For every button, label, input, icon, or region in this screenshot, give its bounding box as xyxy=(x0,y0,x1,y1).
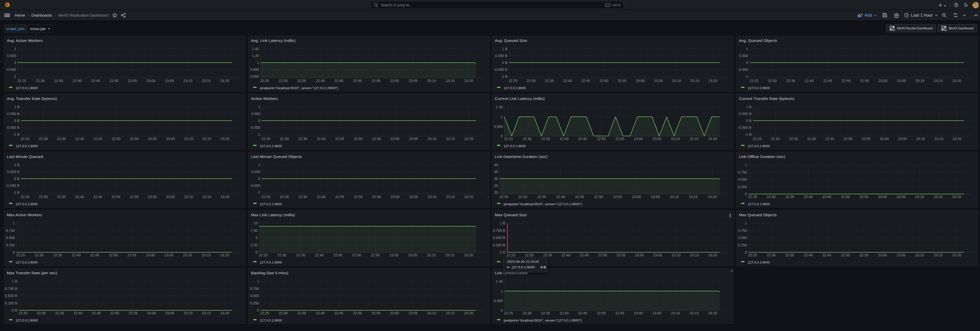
svg-text:22:55: 22:55 xyxy=(127,253,136,257)
svg-text:0 B: 0 B xyxy=(14,177,19,181)
svg-text:23:05: 23:05 xyxy=(165,311,174,315)
svg-text:22:50: 22:50 xyxy=(842,79,850,83)
svg-text:22:50: 22:50 xyxy=(353,79,362,83)
svg-text:22:45: 22:45 xyxy=(823,79,832,83)
svg-text:23:00: 23:00 xyxy=(632,195,641,199)
svg-text:0: 0 xyxy=(13,250,15,254)
svg-text:35: 35 xyxy=(494,170,498,174)
svg-text:Avg. Queued Size: Avg. Queued Size xyxy=(495,38,527,43)
svg-text:23:00: 23:00 xyxy=(878,195,887,199)
svg-text:22:55: 22:55 xyxy=(371,79,380,83)
svg-text:23:10: 23:10 xyxy=(184,195,193,199)
svg-text:22:50: 22:50 xyxy=(597,311,606,315)
svg-text:23:20: 23:20 xyxy=(220,79,229,83)
svg-text:23:15: 23:15 xyxy=(446,195,455,199)
svg-text:0: 0 xyxy=(745,250,747,254)
svg-text:22:40: 22:40 xyxy=(73,311,82,315)
svg-text:22:55: 22:55 xyxy=(372,137,381,141)
svg-text:22:35: 22:35 xyxy=(297,79,306,83)
svg-text:23:15: 23:15 xyxy=(202,137,211,141)
svg-text:22:30: 22:30 xyxy=(525,253,534,257)
svg-text:23:10: 23:10 xyxy=(670,195,679,199)
svg-text:127.0.0.1:9000: 127.0.0.1:9000 xyxy=(260,144,282,148)
svg-text:23:10: 23:10 xyxy=(183,79,192,83)
svg-text:-0.500 B: -0.500 B xyxy=(738,126,751,130)
svg-text:22:50: 22:50 xyxy=(600,79,608,83)
svg-text:23:10: 23:10 xyxy=(672,79,681,83)
svg-text:22:50: 22:50 xyxy=(843,137,853,141)
svg-text:23:00: 23:00 xyxy=(634,311,643,315)
svg-text:22:55: 22:55 xyxy=(860,79,869,83)
svg-text:23:20: 23:20 xyxy=(952,79,961,83)
svg-text:23:05: 23:05 xyxy=(409,195,418,199)
svg-text:23:10: 23:10 xyxy=(427,311,436,315)
svg-text:22:25: 22:25 xyxy=(748,253,757,257)
svg-text:23:20: 23:20 xyxy=(952,195,961,199)
svg-text:127.0.0.1:9000: 127.0.0.1:9000 xyxy=(16,261,38,264)
svg-text:0.750: 0.750 xyxy=(738,170,747,174)
svg-text:Max Link Latency (millis): Max Link Latency (millis) xyxy=(251,213,295,217)
svg-text:22:40: 22:40 xyxy=(316,311,325,315)
svg-text:23:00: 23:00 xyxy=(147,311,156,315)
svg-text:23:10: 23:10 xyxy=(427,195,436,199)
svg-text:22:45: 22:45 xyxy=(580,253,589,257)
svg-text:22:55: 22:55 xyxy=(613,195,622,199)
svg-text:22:35: 22:35 xyxy=(298,137,307,141)
svg-text:0 B: 0 B xyxy=(14,119,19,123)
svg-text:22:25: 22:25 xyxy=(260,311,269,315)
svg-text:0.500 B: 0.500 B xyxy=(7,112,19,116)
svg-text:23:05: 23:05 xyxy=(652,311,661,315)
svg-text:22:30: 22:30 xyxy=(37,311,46,315)
svg-text:0.250: 0.250 xyxy=(738,243,747,247)
svg-text:22:45: 22:45 xyxy=(822,253,831,257)
svg-text:-0.500: -0.500 xyxy=(738,67,748,72)
svg-text:23:15: 23:15 xyxy=(934,253,943,257)
svg-text:0.750 B: 0.750 B xyxy=(493,229,505,232)
svg-text:22:50: 22:50 xyxy=(111,195,120,199)
svg-text:22:30: 22:30 xyxy=(36,79,45,83)
svg-text:-0.500 B: -0.500 B xyxy=(6,126,19,130)
svg-text:127.0.0.1:9000: 127.0.0.1:9000 xyxy=(16,144,38,148)
svg-text:0.250 B: 0.250 B xyxy=(5,301,17,305)
svg-text:22:45: 22:45 xyxy=(335,137,344,141)
svg-text:23:00: 23:00 xyxy=(878,79,888,83)
svg-text:127.0.0.1:9000: 127.0.0.1:9000 xyxy=(748,202,770,206)
svg-text:22:40: 22:40 xyxy=(316,79,325,83)
svg-text:Link Downtime Duration (sec): Link Downtime Duration (sec) xyxy=(495,154,547,159)
svg-text:22:40: 22:40 xyxy=(563,79,572,83)
svg-text:2.50: 2.50 xyxy=(250,243,258,247)
svg-text:0: 0 xyxy=(501,308,503,312)
svg-text:23:00: 23:00 xyxy=(636,79,644,83)
svg-text:0: 0 xyxy=(258,119,260,123)
svg-text:-1 B: -1 B xyxy=(13,132,19,137)
svg-text:23:05: 23:05 xyxy=(409,79,417,83)
svg-text:40: 40 xyxy=(494,163,498,167)
svg-text:1: 1 xyxy=(14,47,16,51)
svg-text:0.500 B: 0.500 B xyxy=(5,294,17,298)
svg-text:23:20: 23:20 xyxy=(708,195,717,199)
svg-text:22:50: 22:50 xyxy=(597,137,606,141)
svg-text:0 B: 0 B xyxy=(12,308,17,312)
svg-text:22:25: 22:25 xyxy=(261,195,270,199)
svg-text:0: 0 xyxy=(501,134,503,138)
svg-text:22:40: 22:40 xyxy=(560,311,568,315)
svg-text:0.250: 0.250 xyxy=(250,301,259,305)
svg-text:22:40: 22:40 xyxy=(807,137,816,141)
svg-text:Avg. Queued Objects: Avg. Queued Objects xyxy=(739,38,777,43)
svg-text:23:00: 23:00 xyxy=(391,137,399,141)
svg-text:-1: -1 xyxy=(13,74,16,78)
svg-text:23:15: 23:15 xyxy=(934,79,943,83)
svg-text:22:50: 22:50 xyxy=(841,253,850,257)
svg-text:23:15: 23:15 xyxy=(202,195,211,199)
svg-text:23:05: 23:05 xyxy=(166,195,175,199)
svg-text:0: 0 xyxy=(746,60,748,65)
svg-text:22:25: 22:25 xyxy=(504,311,513,315)
svg-text:22:30: 22:30 xyxy=(278,79,288,83)
svg-text:22:25: 22:25 xyxy=(752,137,762,141)
svg-text:23:10: 23:10 xyxy=(671,253,681,257)
svg-text:22:50: 22:50 xyxy=(353,195,363,199)
svg-text:22:50: 22:50 xyxy=(353,137,363,141)
svg-text:23:20: 23:20 xyxy=(220,137,229,141)
svg-text:23:00: 23:00 xyxy=(391,195,399,199)
svg-text:23:15: 23:15 xyxy=(690,253,699,257)
